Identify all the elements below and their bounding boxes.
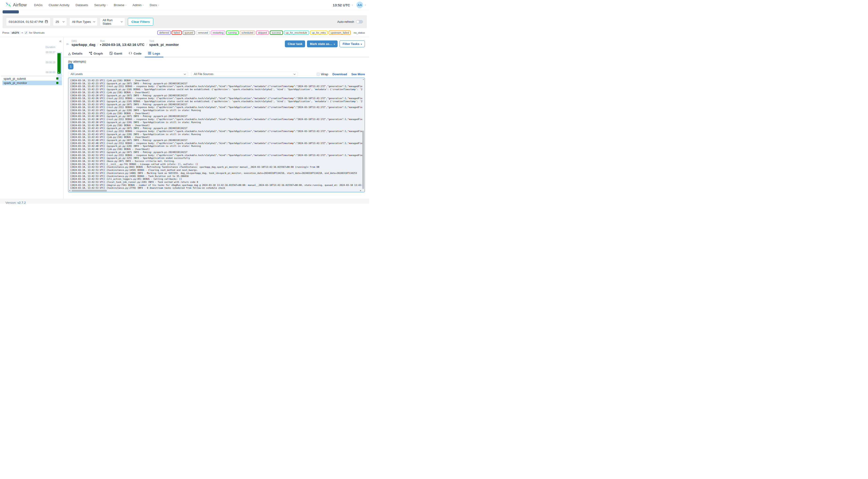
- nav-item[interactable]: Browse▾: [111, 0, 130, 10]
- status-badge[interactable]: up_for_retry: [310, 31, 328, 35]
- log-line: [2024-03-18, 13:42:23 UTC] {pyspark_pi.p…: [70, 88, 362, 91]
- breadcrumb-chevrons-icon[interactable]: »: [66, 41, 69, 46]
- log-line: [2024-03-18, 13:42:23 UTC] {pyspark_pi.p…: [70, 82, 362, 85]
- filter-tasks-button[interactable]: Filter Tasks▾: [339, 40, 365, 47]
- vertical-scrollbar-thumb[interactable]: [362, 131, 364, 189]
- airflow-brand[interactable]: Airflow: [5, 1, 27, 9]
- log-line: [2024-03-18, 13:42:33 UTC] {job.py:216} …: [70, 112, 362, 115]
- chevron-down-icon: ▾: [143, 4, 144, 6]
- log-line: [2024-03-18, 13:42:33 UTC] {pyspark_pi.p…: [70, 109, 362, 112]
- breadcrumb-separator: /: [147, 42, 147, 46]
- horizontal-scrollbar-thumb[interactable]: [71, 190, 107, 192]
- task-row-spark-pi-monitor[interactable]: spark_pi_monitor: [2, 81, 62, 85]
- task-instance-square-monitor[interactable]: [56, 82, 58, 84]
- task-row-spark-pi-submit[interactable]: spark_pi_submit: [2, 77, 62, 81]
- nav-item[interactable]: Admin▾: [129, 0, 147, 10]
- clock-chevron-down-icon[interactable]: ▾: [352, 4, 353, 6]
- date-input[interactable]: 03/18/2024, 01:52:47 PM: [6, 18, 50, 26]
- log-line: [2024-03-18, 13:42:53 UTC] {taskinstance…: [70, 166, 362, 169]
- file-sources-value: All File Sources: [194, 72, 213, 76]
- details-icon: △: [68, 52, 71, 55]
- nav-item[interactable]: DAGs▾: [31, 0, 45, 10]
- status-badge[interactable]: queued: [183, 31, 195, 35]
- status-badge[interactable]: restarting: [211, 31, 225, 35]
- horizontal-scrollbar: ◀ ▶: [68, 189, 362, 192]
- log-line: [2024-03-18, 13:42:28 UTC] {rest.py:231}…: [70, 97, 362, 100]
- user-chevron-down-icon[interactable]: ▾: [365, 4, 366, 6]
- tab-gantt[interactable]: Gantt: [106, 50, 125, 57]
- dag-value[interactable]: sparkapp_dag: [71, 42, 96, 46]
- breadcrumb-separator: /: [97, 42, 98, 46]
- status-badge[interactable]: success: [270, 31, 283, 35]
- duration-tick: 00:00:00: [46, 71, 55, 74]
- wrap-checkbox[interactable]: [317, 73, 320, 76]
- page-size-select[interactable]: 25: [53, 18, 67, 26]
- nav-item-label: Security: [94, 3, 106, 7]
- log-line: [2024-03-18, 13:42:48 UTC] {rest.py:231}…: [70, 142, 362, 145]
- status-badge[interactable]: no_status: [352, 31, 367, 35]
- run-value[interactable]: ▸2024-03-18, 13:42:16 UTC: [100, 42, 144, 46]
- status-badge[interactable]: failed: [172, 31, 182, 35]
- scroll-up-icon[interactable]: ▲: [363, 78, 364, 80]
- log-levels-select[interactable]: All Levels: [68, 71, 188, 77]
- log-line: [2024-03-18, 13:42:23 UTC] {job.py:216} …: [70, 79, 362, 82]
- nav-item[interactable]: Cluster Activity▾: [45, 0, 72, 10]
- auto-refresh-label: Auto-refresh: [337, 20, 354, 24]
- page-size-value: 25: [56, 20, 59, 24]
- log-levels-value: All Levels: [71, 72, 83, 76]
- status-badge[interactable]: upstream_failed: [329, 31, 351, 35]
- dag-run-duration-bar[interactable]: ▸: [57, 53, 61, 74]
- file-sources-select[interactable]: All File Sources: [191, 71, 298, 77]
- gantt-icon: [110, 52, 113, 56]
- download-link[interactable]: Download: [333, 72, 347, 76]
- auto-refresh-toggle[interactable]: [356, 20, 363, 24]
- shortcut-row: Press shift + / for Shortcuts deferred f…: [0, 28, 369, 37]
- shortcuts-hint: Press shift + / for Shortcuts: [2, 31, 44, 34]
- run-label: Run: [100, 39, 144, 42]
- scroll-right-icon[interactable]: ▶: [360, 190, 361, 192]
- run-types-select[interactable]: All Run Types: [70, 18, 97, 26]
- chevron-down-icon: ▾: [158, 4, 159, 6]
- by-attempts-label: (by attempts): [68, 60, 86, 63]
- status-badge[interactable]: scheduled: [240, 31, 255, 35]
- nav-item[interactable]: Security▾: [91, 0, 111, 10]
- chevron-down-icon: ▾: [125, 4, 127, 6]
- nav-item[interactable]: Datasets▾: [72, 0, 91, 10]
- chevron-down-icon: ▾: [361, 43, 362, 45]
- grid-sidebar: « Duration 00:00:37 00:00:18 00:00:00 ▸ …: [1, 37, 64, 199]
- clear-filters-button[interactable]: Clear Filters: [128, 18, 153, 26]
- tab-graph[interactable]: Graph: [86, 50, 106, 57]
- main-area: « Duration 00:00:37 00:00:18 00:00:00 ▸ …: [0, 37, 369, 199]
- mark-state-button[interactable]: Mark state as…▾: [307, 40, 338, 47]
- attempt-1-button[interactable]: 1: [68, 64, 73, 69]
- status-badge[interactable]: deferred: [157, 31, 171, 35]
- run-types-value: All Run Types: [72, 20, 91, 24]
- status-badge[interactable]: up_for_reschedule: [284, 31, 309, 35]
- tab-code[interactable]: Code: [125, 50, 145, 57]
- task-value[interactable]: spark_pi_monitor: [149, 42, 179, 46]
- status-badge[interactable]: removed: [196, 31, 210, 35]
- version-link[interactable]: v2.7.2: [18, 201, 26, 204]
- tab-details[interactable]: △ Details: [65, 50, 86, 57]
- clock[interactable]: 13:52 UTC: [333, 3, 350, 7]
- run-states-select[interactable]: All Run States: [100, 18, 125, 26]
- clear-task-button[interactable]: Clear task: [285, 40, 305, 47]
- nav-item[interactable]: Docs▾: [147, 0, 162, 10]
- log-line: [2024-03-18, 13:42:43 UTC] {pyspark_pi.p…: [70, 133, 362, 136]
- tab-logs[interactable]: Logs: [145, 50, 163, 57]
- avatar[interactable]: AA: [356, 2, 363, 8]
- nav-item-label: Datasets: [75, 3, 88, 7]
- chevron-down-icon: ▾: [106, 4, 108, 6]
- status-badge[interactable]: skipped: [256, 31, 269, 35]
- toggle-knob: [356, 21, 359, 23]
- dag-label: DAG: [71, 39, 96, 42]
- status-badge[interactable]: running: [226, 31, 239, 35]
- collapse-sidebar-icon[interactable]: «: [59, 39, 61, 43]
- task-instance-square-submit[interactable]: [56, 77, 58, 79]
- date-value: 03/18/2024, 01:52:47 PM: [9, 20, 43, 24]
- log-line: [2024-03-18, 13:42:28 UTC] {pyspark_pi.p…: [70, 94, 362, 97]
- log-line: [2024-03-18, 13:42:53 UTC] {taskinstance…: [70, 172, 362, 175]
- log-panel: [2024-03-18, 13:42:23 UTC] {job.py:216} …: [68, 77, 365, 192]
- see-more-link[interactable]: See More: [351, 72, 365, 76]
- scroll-left-icon[interactable]: ◀: [69, 190, 70, 192]
